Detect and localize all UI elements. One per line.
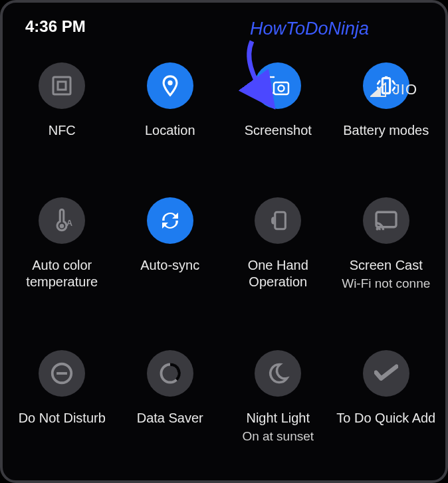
tile-nfc: NFC: [8, 62, 116, 139]
tile-cast: Screen CastWi-Fi not conne: [332, 197, 441, 292]
screenshot-icon: [265, 74, 291, 97]
svg-text:A: A: [66, 219, 72, 228]
screenshot-toggle[interactable]: [255, 62, 301, 109]
carrier-label: JIO: [393, 81, 417, 98]
tile-dnd: Do Not Disturb: [8, 350, 116, 444]
location-toggle[interactable]: [147, 62, 193, 109]
tile-label: Battery modes: [343, 122, 429, 139]
datasaver-toggle[interactable]: [147, 350, 193, 397]
tile-sublabel: On at sunset: [242, 429, 314, 444]
status-right: JIO: [370, 81, 417, 98]
nfc-icon: [50, 74, 74, 98]
quick-settings-panel: 4:36 PM JIO HowToDoNinja NFCLocationScre…: [0, 0, 448, 483]
sync-icon: [158, 209, 182, 233]
datasaver-icon: [158, 361, 182, 385]
tile-label: One Hand Operation: [227, 257, 330, 290]
todo-toggle[interactable]: [363, 350, 409, 397]
night-toggle[interactable]: [255, 350, 301, 397]
tile-label: To Do Quick Add: [336, 410, 435, 427]
todo-icon: [374, 364, 398, 383]
cast-icon: [374, 210, 398, 231]
svg-rect-1: [58, 82, 66, 90]
tile-label: Data Saver: [137, 410, 203, 427]
svg-point-11: [376, 228, 378, 231]
tile-screenshot: Screenshot: [224, 62, 332, 139]
tiles-grid: NFCLocationScreenshotBattery modesAAuto …: [3, 39, 445, 444]
autotemp-icon: A: [51, 209, 73, 233]
svg-point-7: [60, 224, 64, 229]
tile-label: Night Light: [246, 410, 310, 427]
status-bar: 4:36 PM: [3, 3, 445, 39]
dnd-icon: [49, 361, 74, 386]
autotemp-toggle[interactable]: A: [39, 197, 85, 244]
tile-onehand: One Hand Operation: [224, 197, 332, 292]
signal-icon: [370, 82, 386, 97]
night-icon: [266, 361, 290, 385]
tile-datasaver: Data Saver: [116, 350, 225, 444]
status-time: 4:36 PM: [25, 17, 86, 36]
tile-location: Location: [116, 62, 225, 139]
tile-sublabel: Wi-Fi not conne: [342, 276, 430, 292]
annotation-text: HowToDoNinja: [250, 19, 369, 39]
svg-rect-9: [275, 212, 286, 229]
svg-point-2: [168, 80, 172, 85]
svg-rect-3: [274, 82, 288, 94]
cast-toggle[interactable]: [363, 197, 409, 244]
tile-label: Screen Cast: [350, 257, 423, 274]
dnd-toggle[interactable]: [39, 350, 85, 397]
svg-point-4: [279, 86, 284, 92]
onehand-icon: [267, 209, 289, 232]
tile-label: Auto-sync: [140, 257, 199, 274]
tile-autotemp: AAuto color temperature: [8, 197, 116, 292]
tile-todo: To Do Quick Add: [332, 350, 441, 444]
tile-label: Location: [145, 122, 195, 139]
location-icon: [159, 74, 181, 97]
nfc-toggle[interactable]: [39, 62, 85, 109]
tile-label: NFC: [49, 122, 76, 139]
tile-battery: Battery modes: [332, 62, 441, 139]
tile-label: Screenshot: [245, 122, 312, 139]
tile-label: Auto color temperature: [11, 257, 114, 290]
svg-rect-0: [53, 77, 70, 94]
tile-label: Do Not Disturb: [19, 410, 106, 427]
svg-rect-6: [385, 76, 388, 79]
tile-sync: Auto-sync: [116, 197, 225, 292]
tile-night: Night LightOn at sunset: [224, 350, 332, 444]
sync-toggle[interactable]: [147, 197, 193, 244]
onehand-toggle[interactable]: [255, 197, 301, 244]
